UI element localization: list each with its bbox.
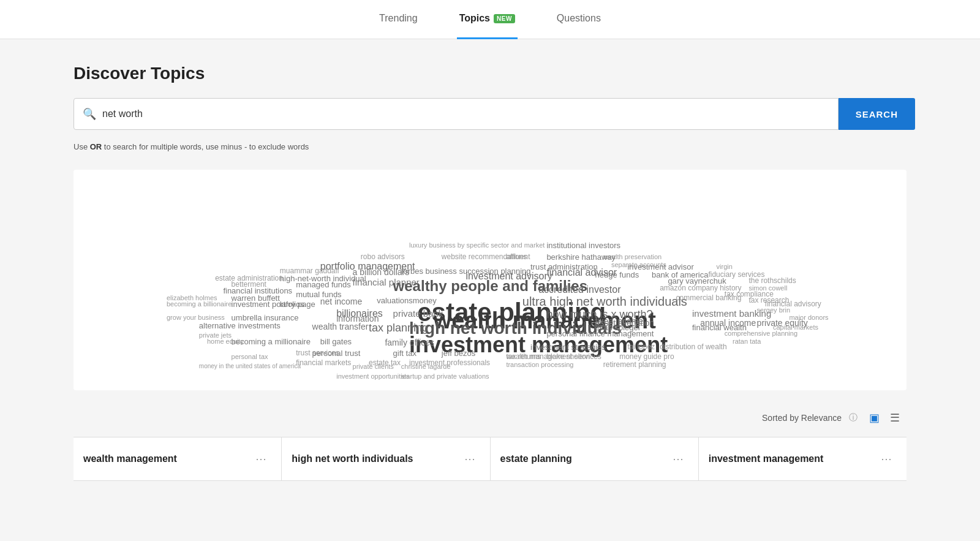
topic-card: estate planning ⋯ [491,437,699,481]
word-cloud-item[interactable]: private bank [393,308,443,320]
word-cloud-item[interactable]: robo advisors [361,252,405,262]
topic-card-menu[interactable]: ⋯ [876,450,897,468]
bottom-toolbar: Sorted by Relevance ⓘ ▣ ☰ [74,409,907,427]
word-cloud-item[interactable]: net income [320,296,362,307]
topic-card-title: estate planning [500,453,572,464]
topic-card: wealth management ⋯ [74,437,282,481]
top-nav: Trending Topics NEW Questions [0,0,980,39]
word-cloud-item[interactable]: investment opportunities [336,372,409,380]
word-cloud-item[interactable]: ratan tata [733,337,761,346]
word-cloud-item[interactable]: gift tax [393,349,417,359]
search-input[interactable] [102,108,829,119]
word-cloud-item[interactable]: fixed income [595,316,644,327]
info-icon[interactable]: ⓘ [849,412,858,423]
word-cloud-item[interactable]: berkshire hathaway [546,252,616,263]
word-cloud-item[interactable]: forbes business succession planning [401,267,531,277]
search-button[interactable]: SEARCH [839,98,915,130]
topic-card-title: wealth management [83,453,177,464]
cards-row: wealth management ⋯ high net worth indiv… [74,437,907,481]
topic-card: high net worth individuals ⋯ [282,437,490,481]
list-view-button[interactable]: ☰ [886,409,904,427]
page-title: Discover Topics [74,64,907,83]
word-cloud-item[interactable]: institutional investors [546,241,620,251]
search-icon: 🔍 [83,107,96,121]
word-cloud-item[interactable]: financial markets [296,358,351,368]
word-cloud-item[interactable]: family offices [385,337,434,348]
word-cloud-item[interactable]: tai lopez [627,342,655,352]
word-cloud-item[interactable]: wealth management services [506,352,601,362]
word-cloud-item[interactable]: trust services [296,349,339,358]
grid-view-button[interactable]: ▣ [865,409,883,427]
topic-card-title: high net worth individuals [292,453,413,464]
word-cloud-item[interactable]: personal tax [232,352,268,361]
word-cloud-item[interactable]: sergey brin [757,306,790,314]
word-cloud-item[interactable]: virgin [717,262,733,271]
word-cloud-item[interactable]: larry page [280,300,315,310]
topic-card-title: investment management [709,453,824,464]
topic-card: investment management ⋯ [699,437,907,481]
view-toggle: ▣ ☰ [865,409,904,427]
word-cloud-item[interactable]: personal finance management [546,329,654,339]
search-hint: Use OR to search for multiple words, use… [74,142,907,151]
word-cloud-item[interactable]: umbrella insurance [232,313,299,323]
topic-card-menu[interactable]: ⋯ [459,450,480,468]
word-cloud-item[interactable]: investment strategies [530,342,606,353]
word-cloud-item[interactable]: warren buffett [232,293,280,304]
tab-topics-label: Topics [459,13,490,24]
word-cloud-item[interactable]: startup and private valuations [401,372,489,380]
word-cloud-item[interactable]: information [336,313,379,324]
word-cloud-item[interactable]: private clients [353,362,394,371]
word-cloud-item[interactable]: retirement planning [603,360,666,370]
tab-topics[interactable]: Topics NEW [457,0,518,39]
tab-questions[interactable]: Questions [554,0,603,39]
word-cloud-item[interactable]: financial wealth [692,323,747,333]
tab-trending[interactable]: Trending [377,0,420,39]
word-cloud-item[interactable]: trust administration [530,262,598,273]
topic-card-menu[interactable]: ⋯ [251,450,271,468]
topic-card-menu[interactable]: ⋯ [668,450,688,468]
word-cloud-item[interactable]: hedge funds [595,270,639,281]
new-badge: NEW [494,14,515,23]
word-cloud-item[interactable]: website recommendations [442,252,527,262]
word-cloud-item[interactable]: accredited investor [538,284,620,297]
word-cloud-item[interactable]: luxury business by specific sector and m… [409,241,545,249]
word-cloud-item[interactable]: private jets [199,331,232,339]
word-cloud-item[interactable]: valuationsmoney [377,296,437,306]
word-cloud-item[interactable]: grow your business [167,313,225,322]
word-cloud-item[interactable]: major donors [789,313,828,322]
word-cloud-item[interactable]: separate accounts [611,260,666,269]
tab-trending-label: Trending [379,13,418,24]
word-cloud-item[interactable]: estate administration [215,274,283,284]
word-cloud-item[interactable]: christine lagarde [401,362,451,371]
word-cloud-container: estate planningwealth managementinvestme… [74,170,907,390]
word-cloud: estate planningwealth managementinvestme… [86,182,894,378]
word-cloud-item[interactable]: money in the united states of america [199,362,301,370]
word-cloud-item[interactable]: jeff bezos [442,349,475,359]
word-cloud-item[interactable]: simon cowell [748,284,787,292]
word-cloud-item[interactable]: bill gates [320,337,352,347]
word-cloud-item[interactable]: high-net-worth individual [280,274,366,284]
or-keyword: OR [90,142,102,151]
word-cloud-item[interactable]: becoming a billionaire [167,300,232,308]
sort-label: Sorted by Relevance [762,413,842,423]
word-cloud-item[interactable]: distribution of wealth [660,342,726,352]
tab-questions-label: Questions [557,13,601,24]
